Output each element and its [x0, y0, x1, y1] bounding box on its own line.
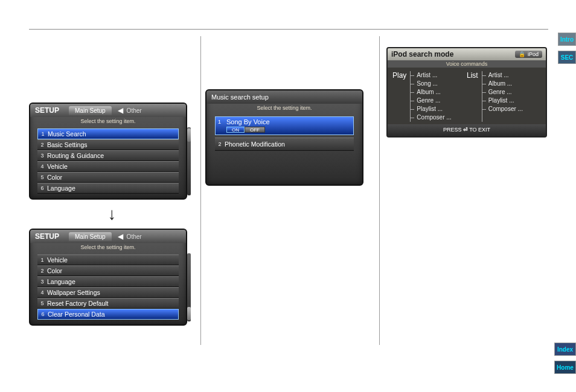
- menu-item-reset-factory-default[interactable]: 5Reset Factory Default: [37, 298, 179, 309]
- nav-tab-index[interactable]: Index: [554, 343, 576, 356]
- ipod-list-item[interactable]: Composer ...: [487, 105, 523, 113]
- lock-icon: 🔒: [519, 51, 525, 57]
- ipod-titlebar: iPod search mode 🔒 iPod: [388, 48, 546, 60]
- setup2-title: SETUP: [30, 232, 59, 241]
- left-arrow-icon[interactable]: ◀: [118, 232, 123, 241]
- ipod-play-item[interactable]: Artist ...: [415, 71, 451, 80]
- ipod-search-mode-screen: iPod search mode 🔒 iPod Voice commands P…: [386, 47, 547, 138]
- menu-item-language[interactable]: 6Language: [37, 183, 179, 194]
- menu-item-song-by-voice[interactable]: 1 Song By Voice ON OFF: [215, 116, 354, 135]
- menu-item-routing-guidance[interactable]: 3Routing & Guidance: [37, 150, 179, 161]
- ipod-play-item[interactable]: Album ...: [415, 88, 451, 96]
- setup1-tab-other[interactable]: Other: [127, 107, 142, 114]
- nav-tab-home[interactable]: Home: [554, 361, 576, 374]
- ipod-play-item[interactable]: Song ...: [415, 80, 451, 88]
- menu-item-color[interactable]: 5Color: [37, 172, 179, 183]
- nav-tab-sec[interactable]: SEC: [558, 51, 576, 64]
- ipod-title: iPod search mode: [391, 50, 453, 58]
- menu-item-basic-settings[interactable]: 2Basic Settings: [37, 139, 179, 150]
- menu-item-phonetic-modification[interactable]: 2 Phonetic Modification: [215, 138, 354, 151]
- ipod-list-item[interactable]: Album ...: [487, 80, 523, 88]
- music-setup-title: Music search setup: [206, 93, 269, 101]
- setup2-tab-main[interactable]: Main Setup: [69, 232, 112, 241]
- menu-item-vehicle[interactable]: 1Vehicle: [37, 254, 179, 265]
- menu-item-language[interactable]: 3Language: [37, 276, 179, 287]
- setup1-title: SETUP: [30, 106, 59, 115]
- ipod-footer: PRESS ⏎ TO EXIT: [388, 124, 546, 136]
- ipod-list-item[interactable]: Genre ...: [487, 88, 523, 96]
- ipod-play-column: Play Artist ... Song ... Album ... Genre…: [392, 71, 467, 122]
- ipod-play-item[interactable]: Playlist ...: [415, 105, 451, 113]
- column-divider-2: [379, 36, 380, 345]
- setup1-subtitle: Select the setting item.: [30, 117, 186, 126]
- menu-item-wallpaper-settings[interactable]: 4Wallpaper Settings: [37, 287, 179, 298]
- toggle-off-button[interactable]: OFF: [245, 127, 265, 133]
- setup-screen-2: SETUP Main Setup ◀ Other Select the sett…: [29, 229, 187, 326]
- ipod-play-item[interactable]: Genre ...: [415, 96, 451, 105]
- column-divider-1: [200, 36, 201, 345]
- arrow-down-icon: ↓: [29, 204, 195, 224]
- music-setup-subtitle: Select the setting item.: [206, 104, 362, 113]
- page-divider: [29, 29, 548, 30]
- toggle-on-button[interactable]: ON: [226, 127, 245, 133]
- menu-item-clear-personal-data[interactable]: 6Clear Personal Data: [37, 309, 179, 320]
- ipod-subtitle: Voice commands: [388, 60, 546, 68]
- ipod-play-heading: Play: [392, 71, 406, 122]
- return-icon: ⏎: [463, 127, 468, 133]
- setup2-subtitle: Select the setting item.: [30, 243, 186, 252]
- setup1-titlebar: SETUP Main Setup ◀ Other: [30, 104, 186, 117]
- ipod-list-column: List Artist ... Album ... Genre ... Play…: [467, 71, 541, 122]
- nav-tab-intro[interactable]: Intro: [558, 33, 576, 46]
- setup-screen-1: SETUP Main Setup ◀ Other Select the sett…: [29, 103, 187, 200]
- ipod-badge: 🔒 iPod: [515, 51, 542, 58]
- setup2-tab-other[interactable]: Other: [127, 233, 142, 240]
- music-setup-titlebar: Music search setup: [206, 90, 362, 104]
- menu-item-vehicle[interactable]: 4Vehicle: [37, 161, 179, 172]
- menu-item-color[interactable]: 2Color: [37, 265, 179, 276]
- menu-item-music-search[interactable]: 1Music Search: [37, 128, 179, 139]
- music-search-setup-screen: Music search setup Select the setting it…: [205, 89, 363, 186]
- ipod-list-item[interactable]: Artist ...: [487, 71, 523, 80]
- left-arrow-icon[interactable]: ◀: [118, 106, 123, 115]
- setup1-tab-main[interactable]: Main Setup: [69, 106, 112, 115]
- ipod-list-heading: List: [467, 71, 478, 122]
- setup2-titlebar: SETUP Main Setup ◀ Other: [30, 230, 186, 243]
- song-by-voice-toggle: ON OFF: [226, 127, 351, 133]
- ipod-play-item[interactable]: Composer ...: [415, 113, 451, 122]
- ipod-list-item[interactable]: Playlist ...: [487, 96, 523, 105]
